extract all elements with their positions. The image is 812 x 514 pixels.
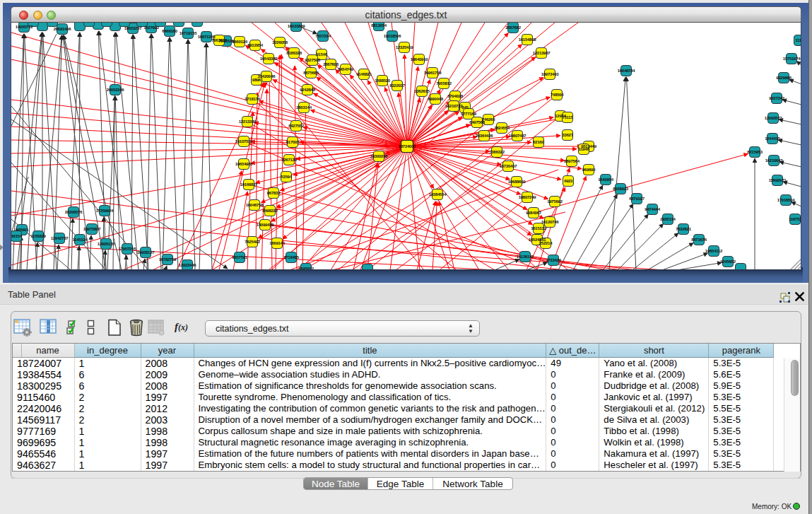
- svg-text:18640910: 18640910: [411, 57, 429, 62]
- svg-text:16107552: 16107552: [235, 139, 254, 144]
- svg-text:17359924: 17359924: [96, 209, 114, 213]
- svg-text:20364436: 20364436: [476, 134, 494, 138]
- svg-text:18807249: 18807249: [519, 195, 537, 199]
- svg-text:1669144: 1669144: [269, 241, 286, 245]
- svg-text:1244415: 1244415: [765, 136, 781, 141]
- svg-text:7632621: 7632621: [676, 227, 692, 231]
- svg-text:1156829: 1156829: [30, 234, 46, 238]
- svg-text:9146821: 9146821: [356, 72, 372, 76]
- svg-text:17957255: 17957255: [119, 247, 137, 251]
- svg-text:33627: 33627: [562, 133, 573, 137]
- svg-text:116753: 116753: [789, 217, 801, 221]
- svg-text:8215953: 8215953: [747, 150, 763, 154]
- svg-text:2803144: 2803144: [296, 105, 312, 110]
- svg-text:19384554: 19384554: [429, 192, 447, 197]
- svg-text:845001: 845001: [16, 228, 29, 232]
- svg-text:867833: 867833: [267, 191, 281, 195]
- svg-text:252214: 252214: [539, 241, 553, 245]
- svg-text:10973493: 10973493: [541, 72, 560, 76]
- svg-text:8498222: 8498222: [262, 209, 278, 213]
- svg-text:18724007: 18724007: [399, 144, 417, 148]
- svg-text:14136141: 14136141: [517, 255, 535, 259]
- svg-text:1362615: 1362615: [414, 89, 430, 93]
- svg-text:3824554: 3824554: [494, 126, 510, 130]
- svg-text:11946: 11946: [578, 147, 589, 151]
- svg-text:16648784: 16648784: [618, 69, 636, 73]
- svg-text:7357224: 7357224: [315, 34, 331, 38]
- svg-text:1640954: 1640954: [598, 177, 614, 182]
- svg-text:8813054: 8813054: [371, 23, 387, 28]
- svg-text:7386322: 7386322: [489, 150, 505, 154]
- svg-text:16154808: 16154808: [519, 37, 537, 42]
- svg-text:9242848: 9242848: [300, 88, 316, 92]
- svg-text:19218506: 19218506: [384, 34, 402, 38]
- svg-text:39154: 39154: [11, 234, 23, 238]
- svg-text:845: 845: [461, 105, 469, 110]
- svg-text:10807487: 10807487: [509, 134, 527, 138]
- svg-text:8897564: 8897564: [564, 159, 580, 163]
- svg-text:9657791: 9657791: [232, 255, 248, 259]
- svg-text:9227342: 9227342: [769, 96, 785, 100]
- svg-text:10046758: 10046758: [246, 203, 264, 207]
- svg-text:9327508: 9327508: [305, 58, 321, 62]
- svg-text:12923446: 12923446: [179, 263, 197, 267]
- svg-text:62160: 62160: [533, 140, 544, 144]
- svg-text:10975867: 10975867: [83, 227, 102, 231]
- svg-text:7663822: 7663822: [211, 38, 228, 42]
- svg-text:12905135: 12905135: [98, 242, 116, 246]
- svg-text:10654112: 10654112: [705, 249, 723, 253]
- svg-text:8675685: 8675685: [303, 71, 319, 75]
- svg-text:16961758: 16961758: [424, 71, 442, 75]
- svg-text:2935114: 2935114: [660, 217, 676, 221]
- svg-text:7625402: 7625402: [245, 240, 261, 244]
- svg-text:1145114: 1145114: [73, 238, 88, 242]
- svg-text:16782759: 16782759: [159, 257, 177, 262]
- svg-text:14099489: 14099489: [257, 223, 275, 227]
- svg-text:19166827: 19166827: [240, 182, 259, 187]
- svg-text:1527602: 1527602: [143, 25, 160, 30]
- svg-text:6879197: 6879197: [629, 197, 645, 201]
- svg-text:2687682: 2687682: [505, 25, 522, 30]
- svg-text:9474444: 9474444: [645, 207, 661, 211]
- svg-text:16210643: 16210643: [765, 158, 784, 163]
- svg-text:10719155: 10719155: [180, 31, 198, 35]
- svg-text:9329966: 9329966: [776, 76, 792, 80]
- svg-text:1615132: 1615132: [531, 226, 547, 230]
- svg-text:8322037: 8322037: [389, 83, 406, 88]
- svg-text:16210722: 16210722: [445, 104, 464, 108]
- svg-text:8186328: 8186328: [286, 51, 302, 55]
- svg-text:20053346: 20053346: [107, 88, 125, 92]
- svg-text:10543382: 10543382: [260, 57, 278, 61]
- svg-text:8660124: 8660124: [232, 40, 248, 44]
- svg-text:1733426: 1733426: [546, 258, 562, 262]
- svg-text:20691406: 20691406: [54, 27, 72, 31]
- svg-text:9896: 9896: [252, 78, 261, 82]
- svg-text:3226058: 3226058: [272, 40, 288, 45]
- svg-text:15751074: 15751074: [783, 57, 801, 61]
- svg-text:8427552: 8427552: [288, 124, 305, 128]
- svg-text:9777169: 9777169: [461, 112, 477, 116]
- svg-text:3716485: 3716485: [283, 255, 300, 259]
- svg-text:53594: 53594: [281, 175, 292, 179]
- svg-text:10688609: 10688609: [508, 180, 526, 184]
- svg-text:746266: 746266: [482, 117, 495, 122]
- svg-text:8938923: 8938923: [613, 187, 629, 191]
- svg-text:14055712: 14055712: [16, 25, 34, 29]
- svg-text:969695: 969695: [582, 168, 596, 172]
- svg-text:12213987: 12213987: [533, 51, 551, 55]
- svg-text:8454749: 8454749: [338, 67, 354, 71]
- svg-text:6794028: 6794028: [447, 94, 464, 98]
- svg-text:10653257: 10653257: [124, 26, 143, 30]
- svg-text:1112: 1112: [795, 38, 801, 42]
- svg-text:8990448: 8990448: [428, 97, 444, 101]
- svg-text:10958127: 10958127: [137, 250, 155, 255]
- svg-text:1975692: 1975692: [547, 199, 563, 204]
- svg-text:4923: 4923: [564, 179, 573, 183]
- svg-text:15692971: 15692971: [769, 178, 787, 182]
- svg-text:3267130: 3267130: [281, 158, 298, 162]
- svg-text:748500: 748500: [551, 93, 564, 97]
- svg-text:2867608: 2867608: [323, 62, 339, 66]
- svg-text:817005: 817005: [286, 140, 300, 144]
- svg-text:9245012: 9245012: [298, 267, 314, 270]
- svg-text:12093572: 12093572: [765, 116, 783, 120]
